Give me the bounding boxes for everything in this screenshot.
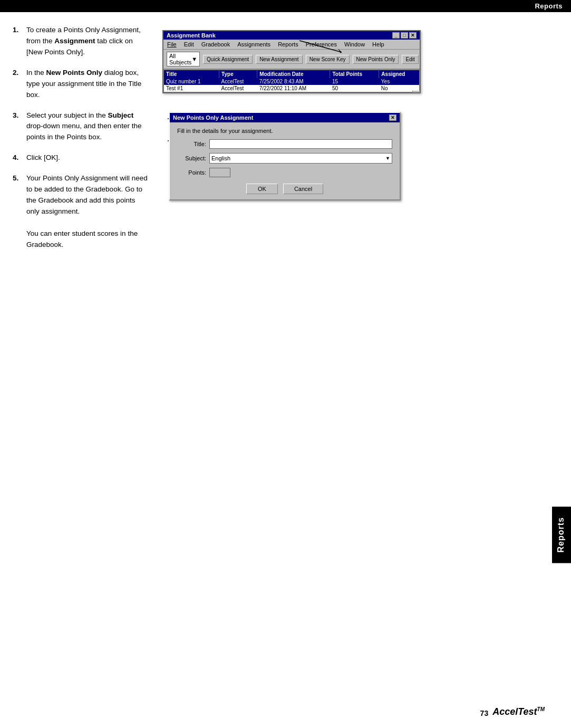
- dialog-body: Fill in the details for your assignment.…: [170, 122, 400, 199]
- menu-preferences[interactable]: Preferences: [304, 41, 338, 48]
- col-header-assigned: Assigned: [379, 70, 420, 79]
- new-assignment-button[interactable]: New Assignment: [256, 55, 302, 64]
- main-content: 1. To create a Points Only Assignment, f…: [0, 12, 571, 273]
- subject-select-value: English: [211, 155, 230, 161]
- row1-assigned: Yes: [379, 78, 420, 85]
- row1-type: AccelTest: [219, 78, 257, 85]
- col-header-points: Total Points: [330, 70, 379, 79]
- subject-field-row: Subject: English ▼: [177, 153, 392, 164]
- title-field-row: Title:: [177, 139, 392, 149]
- subject-dropdown[interactable]: All Subjects ▼: [167, 52, 200, 66]
- minimize-button[interactable]: _: [392, 32, 400, 39]
- instruction-5: 5. Your Points Only Assignment will need…: [13, 173, 150, 250]
- step-1-number: 1.: [13, 25, 22, 58]
- menu-gradebook[interactable]: Gradebook: [200, 41, 231, 48]
- row2-type: AccelTest: [219, 85, 257, 92]
- dialog-title: New Points Only Assignment: [173, 114, 253, 121]
- points-input[interactable]: [209, 168, 230, 177]
- window-titlebar: Assignment Bank _ □ ✕: [163, 31, 420, 40]
- row2-moddate: 7/22/2002 11:10 AM: [257, 85, 330, 92]
- step-2-text: In the New Points Only dialog box, type …: [26, 68, 150, 101]
- subject-label: Subject:: [177, 155, 206, 161]
- sidebar-reports-tab: Reports: [552, 506, 571, 563]
- subject-select[interactable]: English ▼: [209, 153, 392, 164]
- new-points-only-button[interactable]: New Points Only: [353, 55, 399, 64]
- menu-edit[interactable]: Edit: [182, 41, 196, 48]
- row1-points: 15: [330, 78, 379, 85]
- screenshot-area: Assignment Bank _ □ ✕ File Edit Gradeboo…: [162, 25, 563, 260]
- step-4-text: Click [OK].: [26, 152, 150, 164]
- instruction-3: 3. Select your subject in the Subject dr…: [13, 110, 150, 143]
- dialog-titlebar: New Points Only Assignment ✕: [170, 113, 400, 122]
- table-row[interactable]: Test #1 AccelTest 7/22/2002 11:10 AM 50 …: [164, 85, 420, 92]
- window-menubar: File Edit Gradebook Assignments Reports …: [163, 40, 420, 50]
- instructions-column: 1. To create a Points Only Assignment, f…: [13, 25, 150, 260]
- menu-reports[interactable]: Reports: [276, 41, 300, 48]
- points-label: Points:: [177, 169, 206, 176]
- header-title: Reports: [535, 2, 563, 10]
- subject-dropdown-arrow-icon: ▼: [385, 156, 390, 161]
- ok-button[interactable]: OK: [246, 184, 278, 194]
- instruction-1: 1. To create a Points Only Assignment, f…: [13, 25, 150, 58]
- row2-points: 50: [330, 85, 379, 92]
- col-header-type: Type: [219, 70, 257, 79]
- window-title: Assignment Bank: [167, 32, 216, 39]
- edit-button[interactable]: Edit: [402, 55, 418, 64]
- assignment-table: Title Type Modification Date Total Point…: [163, 70, 420, 92]
- scrollbar[interactable]: [412, 91, 420, 92]
- menu-window[interactable]: Window: [343, 41, 366, 48]
- step-5-text: Your Points Only Assignment will need to…: [26, 173, 150, 250]
- new-score-key-button[interactable]: New Score Key: [306, 55, 350, 64]
- subject-dropdown-value: All Subjects: [169, 53, 191, 65]
- cancel-button[interactable]: Cancel: [283, 184, 323, 194]
- step-3-text: Select your subject in the Subject drop-…: [26, 110, 150, 143]
- menu-file[interactable]: File: [166, 41, 178, 48]
- step-4-number: 4.: [13, 152, 22, 164]
- maximize-button[interactable]: □: [401, 32, 408, 39]
- window-toolbar: All Subjects ▼ Quick Assignment New Assi…: [163, 50, 420, 69]
- dialog-subtitle: Fill in the details for your assignment.: [177, 128, 392, 134]
- step-5-number: 5.: [13, 173, 22, 250]
- row2-title: Test #1: [164, 85, 219, 92]
- brand-name: AccelTest: [492, 706, 537, 717]
- step-1-text: To create a Points Only Assignment, from…: [26, 25, 150, 58]
- table-row[interactable]: Quiz number 1 AccelTest 7/25/2002 8:43 A…: [164, 78, 420, 85]
- dialog-close-button[interactable]: ✕: [389, 114, 396, 121]
- title-input[interactable]: [209, 139, 392, 149]
- new-points-only-dialog: New Points Only Assignment ✕ Fill in the…: [169, 112, 401, 200]
- col-header-title: Title: [164, 70, 219, 79]
- instruction-4: 4. Click [OK].: [13, 152, 150, 164]
- instruction-2: 2. In the New Points Only dialog box, ty…: [13, 68, 150, 101]
- quick-assignment-button[interactable]: Quick Assignment: [203, 55, 253, 64]
- col-header-moddate: Modification Date: [257, 70, 330, 79]
- points-field-row: Points:: [177, 168, 392, 177]
- page-bottom: 73 AccelTestTM: [480, 706, 545, 717]
- row1-title: Quiz number 1: [164, 78, 219, 85]
- brand-trademark: TM: [537, 706, 545, 712]
- step-3-number: 3.: [13, 110, 22, 143]
- title-label: Title:: [177, 141, 206, 147]
- brand-logo: AccelTestTM: [492, 706, 545, 717]
- close-button[interactable]: ✕: [409, 32, 417, 39]
- menu-assignments[interactable]: Assignments: [236, 41, 272, 48]
- page-header: Reports: [0, 0, 571, 12]
- dialog-buttons: OK Cancel: [177, 184, 392, 194]
- page-number: 73: [480, 709, 489, 717]
- row1-moddate: 7/25/2002 8:43 AM: [257, 78, 330, 85]
- dropdown-arrow-icon: ▼: [191, 56, 197, 62]
- assignment-bank-window: Assignment Bank _ □ ✕ File Edit Gradeboo…: [162, 30, 421, 93]
- menu-help[interactable]: Help: [371, 41, 386, 48]
- step-2-number: 2.: [13, 68, 22, 101]
- window-controls[interactable]: _ □ ✕: [392, 32, 417, 39]
